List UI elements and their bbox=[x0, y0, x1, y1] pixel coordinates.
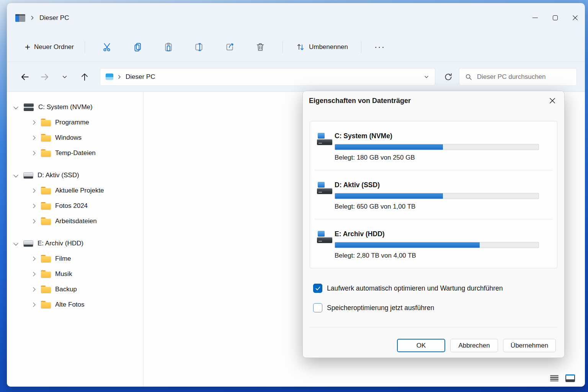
close-icon bbox=[572, 15, 578, 21]
usage-progress-fill bbox=[335, 144, 443, 150]
tree-item-label: Arbeitsdateien bbox=[55, 217, 97, 225]
minimize-icon bbox=[532, 18, 538, 18]
drive-row-e[interactable]: E: Archiv (HDD) Belegt: 2,80 TB von 4,00… bbox=[310, 219, 557, 268]
rename-command-button[interactable]: Umbenennen bbox=[291, 39, 353, 55]
toolbar-divider bbox=[283, 41, 283, 53]
usage-progress-fill bbox=[335, 193, 443, 199]
minimize-button[interactable] bbox=[525, 10, 545, 26]
storage-sense-checkbox-row[interactable]: Speicheroptimierung jetzt ausführen bbox=[313, 303, 564, 312]
this-pc-icon bbox=[106, 74, 113, 80]
tree-item-arbeitsdateien[interactable]: Arbeitsdateien bbox=[7, 214, 143, 229]
apply-button[interactable]: Übernehmen bbox=[503, 339, 556, 352]
maximize-icon bbox=[553, 15, 558, 20]
explorer-tab[interactable]: Dieser PC bbox=[11, 12, 73, 24]
folder-tab-icon bbox=[15, 14, 25, 22]
usage-progress-fill bbox=[335, 242, 480, 248]
tree-item-backup[interactable]: Backup bbox=[7, 282, 143, 297]
plus-icon: + bbox=[25, 42, 30, 52]
chevron-right-icon[interactable] bbox=[30, 220, 37, 223]
chevron-right-icon[interactable] bbox=[30, 189, 37, 192]
dialog-header: Eigenschaften von Datenträger bbox=[303, 91, 564, 110]
chevron-right-icon[interactable] bbox=[30, 303, 37, 306]
delete-button[interactable] bbox=[252, 39, 269, 56]
rename-command-label: Umbenennen bbox=[309, 43, 348, 51]
tree-item-filme[interactable]: Filme bbox=[7, 251, 143, 266]
checkbox-checked-icon[interactable] bbox=[313, 284, 322, 293]
address-dropdown-icon[interactable] bbox=[423, 74, 430, 80]
folder-icon bbox=[41, 149, 51, 157]
dialog-close-button[interactable] bbox=[545, 94, 560, 107]
cut-button[interactable] bbox=[99, 39, 116, 56]
chevron-down-icon[interactable] bbox=[12, 106, 19, 109]
copy-button[interactable] bbox=[129, 39, 146, 56]
tree-item-label: E: Archiv (HDD) bbox=[38, 240, 83, 247]
tree-item-alte-fotos[interactable]: Alte Fotos bbox=[7, 297, 143, 312]
usage-progress-bar bbox=[335, 144, 539, 150]
rename-icon bbox=[194, 42, 204, 52]
checkbox-unchecked-icon[interactable] bbox=[313, 303, 322, 312]
folder-icon bbox=[41, 202, 51, 210]
more-options-button[interactable]: ··· bbox=[368, 41, 391, 54]
chevron-down-icon[interactable] bbox=[12, 242, 19, 245]
chevron-right-icon[interactable] bbox=[30, 204, 37, 207]
up-arrow-icon bbox=[80, 72, 90, 82]
back-arrow-icon bbox=[20, 72, 30, 82]
search-box[interactable]: Dieser PC durchsuchen bbox=[459, 68, 577, 86]
forward-arrow-icon bbox=[40, 72, 50, 82]
refresh-button[interactable] bbox=[441, 69, 456, 85]
forward-button[interactable] bbox=[38, 70, 52, 84]
folder-icon bbox=[41, 255, 51, 263]
chevron-right-icon[interactable] bbox=[30, 273, 37, 276]
auto-optimize-checkbox-row[interactable]: Laufwerk automatisch optimieren und Wart… bbox=[313, 284, 564, 293]
chevron-right-icon[interactable] bbox=[30, 121, 37, 124]
chevron-down-icon[interactable] bbox=[12, 174, 19, 177]
copy-icon bbox=[133, 42, 143, 52]
share-button[interactable] bbox=[221, 39, 238, 56]
new-folder-button[interactable]: + Neuer Ordner bbox=[21, 39, 78, 55]
nvme-drive-icon bbox=[23, 103, 34, 111]
chevron-right-icon[interactable] bbox=[30, 136, 37, 139]
tree-item-label: Backup bbox=[55, 286, 77, 293]
up-button[interactable] bbox=[78, 70, 91, 84]
breadcrumb[interactable]: Dieser PC bbox=[126, 73, 155, 81]
tab-title: Dieser PC bbox=[39, 14, 69, 22]
tree-item-label: D: Aktiv (SSD) bbox=[38, 172, 79, 179]
address-bar[interactable]: Dieser PC bbox=[100, 68, 435, 86]
tree-item-temp-dateien[interactable]: Temp-Dateien bbox=[7, 145, 143, 161]
cancel-button[interactable]: Abbrechen bbox=[450, 339, 498, 352]
maximize-button[interactable] bbox=[545, 10, 565, 26]
ok-button[interactable]: OK bbox=[397, 339, 445, 352]
drive-properties-dialog: Eigenschaften von Datenträger C: System … bbox=[302, 91, 565, 358]
hdd-drive-icon bbox=[23, 240, 33, 247]
chevron-right-icon[interactable] bbox=[30, 152, 37, 155]
window-controls bbox=[525, 3, 585, 33]
tree-item-c-system[interactable]: C: System (NVMe) bbox=[7, 100, 143, 115]
chevron-right-icon[interactable] bbox=[30, 257, 37, 260]
share-icon bbox=[225, 42, 235, 52]
paste-button[interactable] bbox=[160, 39, 177, 56]
details-view-icon[interactable] bbox=[550, 375, 559, 382]
recent-locations-button[interactable] bbox=[58, 70, 72, 84]
close-button[interactable] bbox=[565, 10, 585, 26]
usage-progress-bar bbox=[335, 193, 539, 199]
tree-item-aktuelle-projekte[interactable]: Aktuelle Projekte bbox=[7, 183, 143, 198]
tree-item-programme[interactable]: Programme bbox=[7, 115, 143, 130]
tree-item-e-archiv[interactable]: E: Archiv (HDD) bbox=[7, 236, 143, 251]
toolbar-divider bbox=[85, 41, 85, 53]
drive-name: E: Archiv (HDD) bbox=[335, 230, 539, 238]
new-folder-label: Neuer Ordner bbox=[34, 43, 74, 51]
toolbar-divider bbox=[361, 41, 361, 53]
drive-row-d[interactable]: D: Aktiv (SSD) Belegt: 650 GB von 1,00 T… bbox=[310, 170, 557, 219]
rename-button[interactable] bbox=[191, 39, 207, 56]
chevron-right-icon[interactable] bbox=[30, 288, 37, 291]
navigation-tree: C: System (NVMe) Programme Windows Temp-… bbox=[7, 92, 144, 387]
large-icons-view-icon[interactable] bbox=[565, 374, 575, 382]
back-button[interactable] bbox=[18, 70, 32, 84]
tree-item-label: Filme bbox=[55, 255, 71, 263]
tree-item-windows[interactable]: Windows bbox=[7, 130, 143, 145]
drive-row-c[interactable]: C: System (NVMe) Belegt: 180 GB von 250 … bbox=[310, 121, 557, 170]
usage-text: Belegt: 180 GB von 250 GB bbox=[335, 154, 539, 162]
tree-item-d-aktiv[interactable]: D: Aktiv (SSD) bbox=[7, 168, 143, 183]
tree-item-musik[interactable]: Musik bbox=[7, 266, 143, 282]
tree-item-fotos-2024[interactable]: Fotos 2024 bbox=[7, 198, 143, 214]
